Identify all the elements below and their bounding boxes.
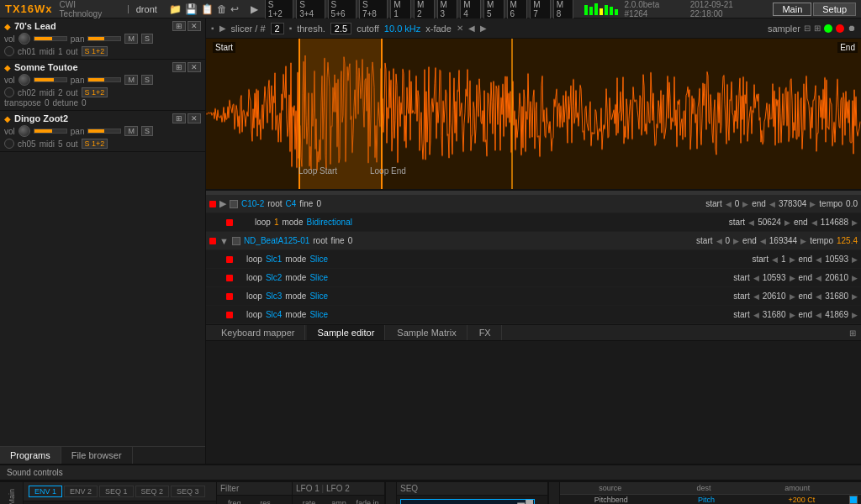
- sampler-icon-1[interactable]: ⊟: [804, 24, 811, 33]
- row1-lstart-arrow-l[interactable]: ◀: [748, 218, 754, 227]
- slc3-start-l[interactable]: ◀: [753, 292, 759, 301]
- tab-file-browser[interactable]: File browser: [61, 447, 133, 464]
- editor-expand-icon[interactable]: ⊞: [849, 328, 856, 338]
- slc1-led[interactable]: [226, 256, 233, 263]
- row2-start-arrow-l[interactable]: ◀: [716, 237, 722, 245]
- delete-icon[interactable]: 🗑: [217, 3, 227, 15]
- inst1-s-btn[interactable]: S: [141, 34, 153, 44]
- save-icon[interactable]: 💾: [185, 3, 198, 15]
- thresh-val[interactable]: 2.5: [330, 23, 351, 34]
- m6-label[interactable]: M 6: [507, 0, 528, 19]
- row2-start-arrow-r[interactable]: ▶: [733, 237, 739, 245]
- slicer-value[interactable]: 2: [271, 23, 284, 34]
- m4-label[interactable]: M 4: [460, 0, 481, 19]
- slc4-end-r[interactable]: ▶: [852, 311, 858, 319]
- slc2-end-l[interactable]: ◀: [816, 274, 821, 282]
- slc3-start-r[interactable]: ▶: [790, 292, 795, 301]
- tab-programs[interactable]: Programs: [0, 447, 61, 464]
- row2-icon[interactable]: [232, 237, 240, 245]
- slot-label[interactable]: S 1+2: [265, 0, 293, 19]
- m5-label[interactable]: M 5: [483, 0, 504, 19]
- inst1-arrow[interactable]: ◆: [4, 22, 11, 31]
- slc2-start-r[interactable]: ▶: [790, 274, 795, 282]
- tab-keyboard-mapper[interactable]: Keyboard mapper: [211, 325, 305, 340]
- env2-tab[interactable]: ENV 2: [64, 486, 98, 497]
- inst1-del-btn[interactable]: ✕: [188, 21, 201, 31]
- inst1-vol-knob[interactable]: [18, 33, 30, 45]
- inst1-pan-bar[interactable]: [87, 36, 121, 41]
- slc3-end-l[interactable]: ◀: [816, 292, 821, 301]
- slc2-start-l[interactable]: ◀: [753, 274, 759, 282]
- slc2-end-r[interactable]: ▶: [852, 274, 858, 282]
- inst3-del-btn[interactable]: ✕: [188, 113, 201, 123]
- slc2-led[interactable]: [226, 275, 233, 281]
- row2-end-arrow-r[interactable]: ▶: [800, 237, 806, 245]
- row2-led[interactable]: [209, 238, 216, 244]
- inst2-vol-bar[interactable]: [34, 77, 67, 82]
- tab-sample-editor[interactable]: Sample editor: [307, 325, 385, 340]
- mod1-check[interactable]: [849, 496, 858, 504]
- slc3-end-r[interactable]: ▶: [852, 292, 858, 301]
- inst2-arrow[interactable]: ◆: [4, 63, 11, 72]
- seq2-tab[interactable]: SEQ 2: [135, 486, 170, 497]
- inst3-copy-btn[interactable]: ⊞: [172, 113, 186, 123]
- inst2-del-btn[interactable]: ✕: [188, 62, 201, 72]
- inst2-vol-knob[interactable]: [18, 74, 30, 86]
- setup-button[interactable]: Setup: [813, 3, 856, 16]
- waveform-area[interactable]: Start End Loop Start Loop End: [206, 39, 861, 190]
- inst1-vol-bar[interactable]: [34, 36, 67, 41]
- slc4-end-l[interactable]: ◀: [816, 311, 821, 319]
- tab-fx[interactable]: FX: [469, 325, 502, 340]
- xfade-close[interactable]: ✕: [457, 24, 463, 33]
- xfade-arrow-l[interactable]: ◀: [468, 24, 475, 33]
- sampler-icon-2[interactable]: ⊞: [814, 24, 821, 33]
- copy-icon[interactable]: 📋: [201, 3, 214, 15]
- m1-label[interactable]: M 1: [390, 0, 411, 19]
- play-icon[interactable]: ▶: [251, 3, 258, 15]
- env1-tab[interactable]: ENV 1: [29, 486, 62, 497]
- slc4-start-r[interactable]: ▶: [790, 311, 795, 319]
- row1-end-arrow-r[interactable]: ▶: [810, 200, 816, 208]
- m3-label[interactable]: M 3: [437, 0, 458, 19]
- m7-label[interactable]: M 7: [530, 0, 551, 19]
- m8-label[interactable]: M 8: [553, 0, 574, 19]
- inst1-copy-btn[interactable]: ⊞: [172, 21, 186, 31]
- row1-lend-arrow-l[interactable]: ◀: [811, 218, 817, 227]
- slot-label-2[interactable]: S 3+4: [296, 0, 325, 19]
- slc3-led[interactable]: [226, 293, 233, 300]
- slicer-toggle[interactable]: ▪: [211, 24, 214, 33]
- row2-expand[interactable]: ▼: [219, 236, 229, 246]
- slicer-tri[interactable]: ▶: [219, 24, 226, 33]
- row2-end-arrow-l[interactable]: ◀: [760, 237, 766, 245]
- slc1-end-l[interactable]: ◀: [816, 255, 821, 264]
- row1-lend-arrow-r[interactable]: ▶: [852, 218, 858, 227]
- inst3-arrow[interactable]: ◆: [4, 114, 11, 123]
- slc1-end-r[interactable]: ▶: [852, 255, 858, 264]
- inst3-s-btn[interactable]: S: [141, 126, 153, 136]
- row1-lstart-arrow-r[interactable]: ▶: [784, 218, 790, 227]
- slot-label-3[interactable]: S 5+6: [328, 0, 357, 19]
- inst2-s-btn[interactable]: S: [141, 75, 153, 85]
- seq-display[interactable]: [400, 499, 535, 504]
- slot-label-4[interactable]: S 7+8: [359, 0, 388, 19]
- inst1-m-btn[interactable]: M: [124, 34, 138, 44]
- slc4-led[interactable]: [226, 312, 233, 318]
- row1-loop-led[interactable]: [226, 219, 233, 226]
- sampler-rec[interactable]: ⏺: [848, 24, 856, 33]
- tab-sample-matrix[interactable]: Sample Matrix: [387, 325, 467, 340]
- inst3-vol-knob[interactable]: [18, 125, 30, 137]
- slc1-start-l[interactable]: ◀: [772, 255, 778, 264]
- m2-label[interactable]: M 2: [414, 0, 435, 19]
- inst2-m-btn[interactable]: M: [124, 75, 138, 85]
- slc1-start-r[interactable]: ▶: [790, 255, 795, 264]
- row1-start-arrow-r[interactable]: ▶: [742, 200, 748, 208]
- scrollbar-thumb[interactable]: [206, 191, 861, 195]
- seq3-tab[interactable]: SEQ 3: [171, 486, 205, 497]
- inst2-pan-bar[interactable]: [87, 77, 121, 82]
- inst3-vol-bar[interactable]: [34, 129, 67, 134]
- main-button[interactable]: Main: [773, 3, 811, 16]
- row1-led[interactable]: [209, 201, 216, 207]
- inst2-copy-btn[interactable]: ⊞: [172, 62, 186, 72]
- cutoff-val[interactable]: 10.0 kHz: [384, 24, 420, 34]
- slc4-start-l[interactable]: ◀: [753, 311, 759, 319]
